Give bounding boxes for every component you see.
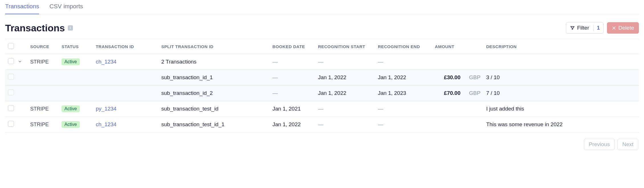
col-amount[interactable]: AMOUNT — [432, 39, 463, 54]
tab-csv-imports[interactable]: CSV imports — [49, 3, 83, 14]
col-source[interactable]: SOURCE — [27, 39, 59, 54]
split-id: sub_transaction_test_id — [161, 106, 219, 112]
status-badge: Active — [62, 121, 80, 128]
description: I just added this — [486, 106, 524, 112]
split-id: sub_transaction_id_2 — [161, 90, 213, 96]
col-recstart[interactable]: RECOGNITION START — [315, 39, 375, 54]
table-row[interactable]: sub_transaction_id_2—Jan 1, 2022Jan 1, 2… — [5, 85, 639, 101]
tabs: Transactions CSV imports — [5, 0, 639, 14]
transactions-table: SOURCE STATUS TRANSACTION ID SPLIT TRANS… — [5, 39, 639, 132]
col-description[interactable]: DESCRIPTION — [483, 39, 639, 54]
col-status[interactable]: STATUS — [59, 39, 93, 54]
recognition-start: Jan 1, 2022 — [318, 90, 346, 96]
table-row[interactable]: sub_transaction_id_1—Jan 1, 2022Jan 1, 2… — [5, 70, 639, 85]
booked-date: Jan 1, 2021 — [272, 106, 301, 112]
delete-button[interactable]: Delete — [607, 22, 639, 34]
recognition-start: Jan 1, 2022 — [318, 74, 346, 80]
info-icon[interactable]: i — [68, 25, 73, 30]
table-row[interactable]: STRIPEActivech_1234sub_transaction_test_… — [5, 117, 639, 132]
table-row[interactable]: STRIPEActivech_12342 Transactions——— — [5, 54, 639, 70]
booked-date: — — [272, 59, 278, 65]
close-icon — [612, 26, 616, 30]
recognition-end: Jan 1, 2023 — [378, 90, 406, 96]
row-checkbox[interactable] — [8, 121, 14, 127]
filter-label: Filter — [577, 25, 589, 31]
status-badge: Active — [62, 105, 80, 112]
chevron-down-icon[interactable] — [17, 59, 23, 64]
recognition-end: — — [378, 106, 383, 112]
recognition-end: — — [378, 121, 383, 127]
split-id: 2 Transactions — [161, 59, 197, 65]
amount: £70.00 — [435, 90, 460, 96]
col-split[interactable]: SPLIT TRANSACTION ID — [158, 39, 270, 54]
recognition-start: — — [318, 106, 323, 112]
description: 7 / 10 — [486, 90, 500, 96]
page-title: Transactions — [5, 23, 65, 34]
status-badge: Active — [62, 58, 80, 65]
funnel-icon — [570, 26, 575, 30]
recognition-start: — — [318, 121, 323, 127]
filter-button[interactable]: Filter 1 — [566, 22, 604, 34]
source: STRIPE — [30, 59, 49, 65]
recognition-start: — — [318, 59, 323, 65]
booked-date: Jan 1, 2022 — [272, 121, 301, 127]
col-txid[interactable]: TRANSACTION ID — [93, 39, 158, 54]
booked-date: — — [272, 74, 278, 80]
row-checkbox[interactable] — [8, 58, 14, 64]
currency: GBP — [466, 74, 480, 80]
select-all-checkbox[interactable] — [8, 43, 14, 49]
currency: GBP — [466, 90, 480, 96]
row-checkbox[interactable] — [8, 105, 14, 111]
recognition-end: Jan 1, 2022 — [378, 74, 406, 80]
amount: £30.00 — [435, 74, 460, 81]
transaction-id-link[interactable]: py_1234 — [96, 106, 117, 112]
source: STRIPE — [30, 106, 49, 112]
description: 3 / 10 — [486, 74, 500, 80]
transaction-id-link[interactable]: ch_1234 — [96, 121, 117, 127]
source: STRIPE — [30, 122, 49, 127]
previous-button[interactable]: Previous — [584, 139, 615, 150]
transaction-id-link[interactable]: ch_1234 — [96, 59, 117, 65]
split-id: sub_transaction_id_1 — [161, 74, 213, 80]
delete-label: Delete — [618, 25, 634, 31]
description: This was some revenue in 2022 — [486, 121, 563, 127]
booked-date: — — [272, 90, 278, 96]
row-checkbox[interactable] — [8, 74, 14, 80]
row-checkbox[interactable] — [8, 89, 14, 95]
recognition-end: — — [378, 59, 383, 65]
table-row[interactable]: STRIPEActivepy_1234sub_transaction_test_… — [5, 101, 639, 117]
filter-count: 1 — [593, 25, 604, 31]
col-booked[interactable]: BOOKED DATE — [270, 39, 315, 54]
tab-transactions[interactable]: Transactions — [5, 3, 39, 14]
col-recend[interactable]: RECOGNITION END — [375, 39, 432, 54]
next-button[interactable]: Next — [617, 139, 638, 150]
split-id: sub_transaction_test_id_1 — [161, 121, 225, 127]
